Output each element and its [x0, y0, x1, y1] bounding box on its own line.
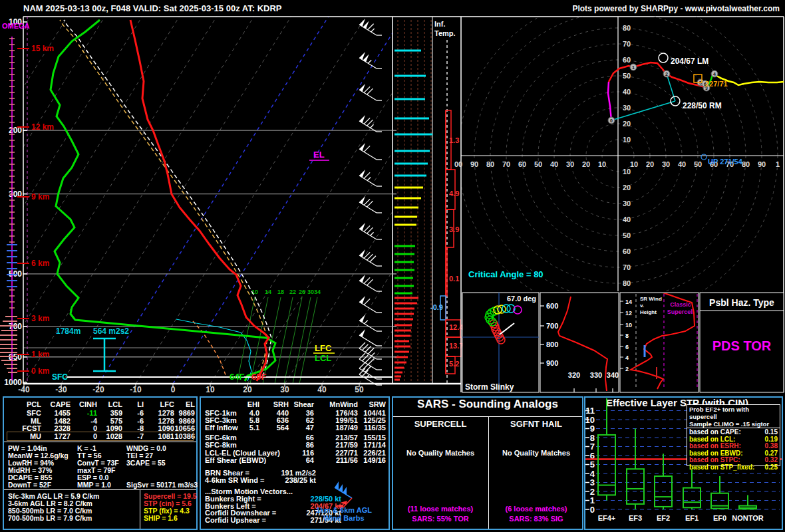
kinematics-value: 149/16: [363, 457, 386, 464]
hodo-tick: 10: [630, 160, 638, 168]
kinematics-header: SRW: [369, 401, 386, 408]
hodo-tick: 30: [662, 160, 670, 168]
kinematics-row-label: SFC-8km: [205, 442, 237, 449]
sars-body: No Quality Matches: [393, 450, 488, 457]
theta-e-xtick: 340: [607, 371, 619, 379]
sars-body: No Quality Matches: [489, 450, 583, 457]
eil-srh-label: 564 m2s2: [93, 327, 129, 336]
kinematics-value: 47: [306, 424, 314, 432]
hodo-tick: 60: [623, 56, 631, 64]
sars-loose-matches: (11 loose matches): [393, 505, 488, 513]
inf-temp-header: Temp.: [434, 29, 456, 37]
inf-temp-value: 12.4: [449, 323, 464, 331]
kinematics-value: 171/14: [363, 442, 386, 449]
temp-axis: -40-30-20-1001020304050: [18, 384, 364, 394]
left-mover-label: 204/67 LM: [671, 57, 708, 66]
sars-title: SARS - Sounding Analogs: [393, 400, 582, 408]
theta-e-panel: 600700800900320330340: [540, 293, 619, 392]
hodo-tick: 80: [742, 160, 750, 168]
kinematics-row-label: Eff Shear (EBWD): [205, 457, 266, 464]
hodo-tick: 70: [623, 263, 631, 271]
svg-text:1: 1: [632, 65, 635, 70]
kinematics-value: 86: [306, 442, 314, 449]
kinematics-value: 564: [277, 424, 289, 432]
hodo-tick: 70: [623, 40, 631, 48]
hodo-tick: 30: [566, 160, 574, 168]
inf-temp-value: -0.9: [430, 303, 443, 311]
hazard-title: Psbl Haz. Type: [709, 297, 774, 308]
parcel-traces: [60, 20, 271, 377]
inf-temp-header: Inf.: [434, 20, 446, 28]
hodo-tick: 80: [623, 24, 631, 32]
sr-wind-ytick: 10: [625, 322, 632, 329]
kinematics-value: 211/56: [336, 457, 358, 464]
wind-speed-strip: [392, 20, 432, 382]
prob-box-title: Prob EF2+ torn with supercellSample CLIM…: [687, 405, 780, 428]
divider: [4, 442, 196, 442]
sars-column-header: SUPERCELL: [393, 420, 488, 428]
hodograph-trace: [608, 63, 784, 120]
classic-supercell-label: Supercell: [667, 309, 695, 315]
inf-temp-value: 0.1: [449, 275, 459, 283]
divider: [393, 416, 582, 417]
hazard-panel: Psbl Haz. TypePDS TOR: [700, 293, 784, 392]
effective-inflow-bracket: 1784m564 m2s2: [56, 327, 129, 371]
hazard-value: PDS TOR: [712, 338, 772, 353]
hodo-tick: 50: [694, 160, 702, 168]
mixing-ratio-labels: 10141822263034: [251, 289, 321, 295]
inf-temp-value: 4.9: [449, 190, 459, 198]
height-tick: 9 km: [31, 192, 49, 201]
indices-cell: 9869: [160, 410, 195, 417]
slinky-title: Storm Slinky: [465, 382, 514, 392]
pressure-axis: 1002003005007008501000: [4, 17, 27, 387]
hodo-tick: 20: [623, 184, 631, 192]
hodo-tick: 10: [598, 160, 606, 168]
kinematics-header: Shear: [293, 401, 314, 408]
height-tick: 1 km: [31, 350, 49, 359]
svg-text:4: 4: [713, 72, 716, 76]
sars-column-header: SGFNT HAIL: [489, 420, 583, 428]
thermo-stat: SigSvr = 50171 m3/s3: [126, 481, 198, 489]
sharppy-sounding-page: 10141822263034SFC64F69F1784m564 m2s2ELLF…: [0, 0, 785, 532]
kinematics-extra-value: 238/25 kt: [285, 477, 316, 484]
stp-panel: Prob EF2+ torn with supercellSample CLIM…: [584, 396, 783, 530]
parcel-level-labels: ELLFCLCL: [309, 150, 335, 363]
kinematics-value: 187/49: [335, 424, 358, 432]
hodo-tick: 00: [454, 160, 462, 168]
indices-header: EL: [160, 401, 195, 408]
sars-loose-matches: (6 loose matches): [489, 505, 583, 513]
composite-index: SHIP = 1.6: [144, 515, 178, 522]
sr-wind-ytick: 2: [625, 366, 629, 372]
classic-supercell-label: Classic: [670, 301, 691, 308]
height-tick: 15 km: [31, 44, 54, 53]
sr-wind-ytick: 8: [625, 332, 629, 339]
mean-wind-label: 227/71: [705, 80, 728, 88]
prob-row: based on STP_fixed:0.25: [689, 464, 778, 471]
inf-temp-value: 1.3: [449, 136, 459, 144]
theta-e-xtick: 320: [568, 371, 580, 379]
hodo-tick: 50: [534, 160, 542, 168]
height-tick: 3 km: [31, 314, 49, 323]
hodo-tick: 40: [623, 88, 631, 96]
sfc-label: SFC: [52, 372, 68, 382]
kinematics-row-label: Eff Inflow: [205, 424, 238, 432]
hodo-tick: 40: [550, 160, 558, 168]
kinematics-value: 64: [306, 457, 314, 464]
kinematics-value: 217/59: [335, 442, 358, 449]
surface-temp-label: 69F: [251, 372, 266, 382]
slinky-deg-label: 67.0 deg: [507, 295, 536, 303]
svg-text:18: 18: [277, 289, 284, 295]
height-tick: 6 km: [31, 259, 49, 268]
credit-text: Plots powered by SHARPpy - www.pivotalwe…: [572, 4, 780, 13]
hodo-tick: 40: [678, 160, 686, 168]
sars-panel: SARS - Sounding Analogs SUPERCELLNo Qual…: [392, 396, 583, 530]
el-label: EL: [313, 150, 325, 160]
lfc-label: LFC: [315, 343, 332, 353]
svg-text:30: 30: [307, 289, 314, 295]
thermo-stat: 3CAPE = 55: [126, 460, 166, 467]
hodo-tick: 60: [623, 247, 631, 255]
skewt-wind-barbs: [359, 19, 382, 385]
theta-e-ytick: 900: [546, 359, 558, 367]
sr-wind-title: Height: [640, 309, 657, 315]
barb-caption: 1km & 6km AGL: [301, 507, 387, 514]
